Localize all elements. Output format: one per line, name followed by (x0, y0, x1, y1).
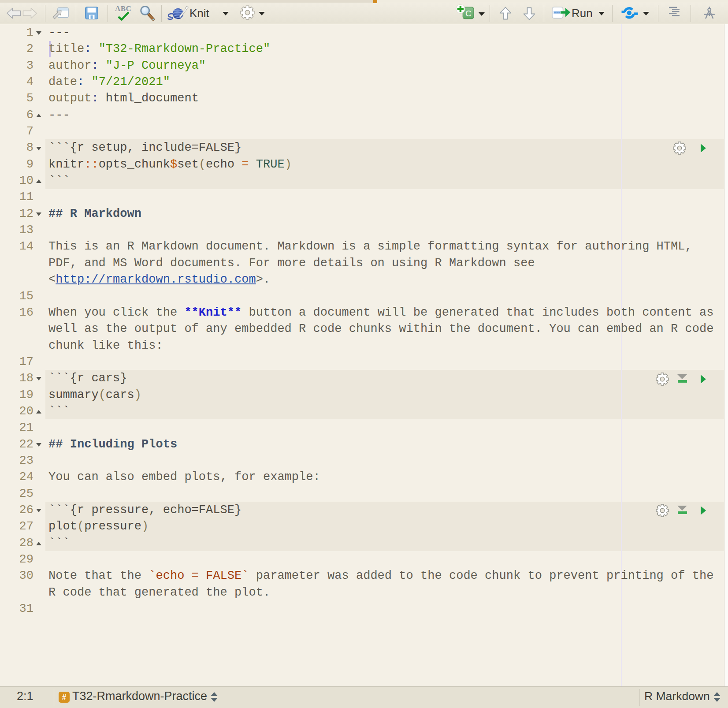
svg-text:C: C (465, 9, 472, 18)
svg-text:ABC: ABC (115, 6, 131, 13)
